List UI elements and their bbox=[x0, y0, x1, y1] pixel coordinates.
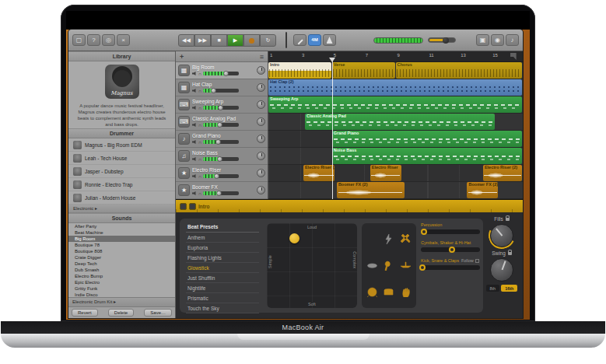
drummer-row[interactable]: Julian - Modern House bbox=[68, 191, 175, 205]
volume-knob[interactable] bbox=[211, 88, 216, 93]
beat-preset[interactable]: Anthem bbox=[186, 233, 259, 243]
pan-knob[interactable] bbox=[257, 169, 265, 177]
shaker-icon[interactable] bbox=[367, 261, 377, 271]
save-button[interactable]: Save… bbox=[144, 309, 172, 317]
sound-row[interactable]: Boutique 808 bbox=[68, 248, 175, 254]
metronome-button[interactable] bbox=[323, 34, 336, 46]
genre-disclosure[interactable]: Electronic ▸ bbox=[68, 205, 175, 213]
solo-button[interactable]: ∩ bbox=[198, 191, 201, 196]
drummer-row[interactable]: Jasper - Dubstep bbox=[68, 165, 175, 178]
master-volume-slider[interactable] bbox=[428, 37, 456, 43]
clap-icon[interactable] bbox=[401, 287, 411, 297]
mute-button[interactable] bbox=[192, 157, 197, 161]
region[interactable]: Chorus bbox=[396, 62, 523, 79]
cut-button[interactable]: × bbox=[117, 34, 130, 46]
sound-row[interactable]: Crate Digger bbox=[68, 254, 175, 261]
region[interactable]: Grand Piano bbox=[332, 131, 522, 147]
slider-knob[interactable] bbox=[421, 229, 427, 235]
track-header[interactable]: ⌨Sweeping Arp∩ bbox=[176, 96, 268, 114]
editors-button[interactable]: ◉ bbox=[491, 34, 504, 46]
loop-browser-button[interactable]: ▣ bbox=[476, 34, 489, 46]
track-header[interactable]: ▦Big Room∩ bbox=[176, 62, 268, 79]
track-header[interactable]: ♪Grand Piano∩ bbox=[176, 131, 268, 148]
sound-row[interactable]: Boutique 78 bbox=[68, 242, 175, 248]
stop-button[interactable]: ■ bbox=[211, 34, 227, 47]
drummer-row[interactable]: Ronnie - Electro Trap bbox=[68, 178, 175, 191]
solo-button[interactable]: ∩ bbox=[198, 72, 201, 76]
add-track-button[interactable]: + bbox=[180, 53, 184, 61]
sticks-icon[interactable] bbox=[401, 234, 411, 244]
sound-row[interactable]: Beat Machine bbox=[68, 229, 175, 236]
solo-button[interactable]: ∩ bbox=[198, 174, 201, 179]
track-volume-slider[interactable] bbox=[203, 123, 239, 127]
region[interactable]: Classic Analog Pad bbox=[305, 114, 495, 130]
solo-button[interactable]: ∩ bbox=[198, 123, 201, 128]
kick-icon[interactable] bbox=[367, 287, 377, 297]
sound-row[interactable]: Deep Tech bbox=[68, 261, 175, 267]
beat-preset[interactable]: Touch the Sky bbox=[186, 303, 259, 313]
follow-checkbox[interactable] bbox=[475, 259, 479, 263]
instrument-slider[interactable] bbox=[421, 247, 480, 252]
mute-button[interactable] bbox=[192, 106, 197, 110]
follow-toggle[interactable]: Follow bbox=[461, 257, 479, 264]
instrument-slider[interactable] bbox=[421, 265, 480, 270]
region[interactable]: Electro Riser (2) bbox=[483, 165, 522, 181]
kit-disclosure[interactable]: Electronic Drum Kit ▸ bbox=[68, 297, 175, 307]
timeline[interactable]: 13579111315 IntroVerseChorusHat Clap (2)… bbox=[268, 51, 523, 199]
play-button[interactable]: ▶ bbox=[227, 34, 243, 47]
sound-row[interactable]: Indie Disco bbox=[68, 292, 175, 297]
region[interactable]: Noise Bass bbox=[332, 148, 522, 164]
volume-knob[interactable] bbox=[217, 122, 222, 128]
solo-button[interactable]: ∩ bbox=[198, 106, 201, 110]
solo-button[interactable]: ∩ bbox=[198, 157, 201, 162]
track-volume-slider[interactable] bbox=[203, 72, 239, 75]
automation-button[interactable]: ≡ bbox=[260, 53, 264, 61]
track-volume-slider[interactable] bbox=[203, 106, 239, 110]
delete-button[interactable]: Delete bbox=[108, 309, 134, 317]
pan-knob[interactable] bbox=[257, 117, 265, 126]
volume-knob[interactable] bbox=[215, 139, 221, 145]
bar-ruler[interactable]: 13579111315 bbox=[268, 51, 523, 62]
slider-knob[interactable] bbox=[419, 264, 426, 271]
bolt-icon[interactable] bbox=[384, 234, 394, 244]
revert-button[interactable]: Revert bbox=[72, 309, 98, 317]
drummer-row[interactable]: Magnus - Big Room EDM bbox=[68, 138, 175, 152]
division-16th-button[interactable]: 16th bbox=[501, 285, 517, 292]
beat-preset[interactable]: Euphoria bbox=[186, 243, 259, 253]
snare-icon[interactable] bbox=[384, 287, 394, 297]
instrument-slider[interactable] bbox=[421, 229, 480, 234]
region[interactable]: Sweeping Arp bbox=[268, 96, 522, 113]
playhead[interactable] bbox=[332, 58, 333, 199]
region[interactable]: Boomer FX (2) bbox=[337, 182, 405, 198]
mute-button[interactable] bbox=[192, 72, 197, 75]
pan-knob[interactable] bbox=[257, 152, 265, 160]
xy-pad[interactable]: Loud Soft Simple Complex bbox=[267, 223, 357, 308]
cymbal-icon[interactable] bbox=[401, 261, 411, 271]
swing-knob[interactable] bbox=[490, 258, 513, 282]
volume-knob[interactable] bbox=[217, 156, 222, 162]
pencil-button[interactable] bbox=[293, 34, 307, 46]
region[interactable]: Hat Clap (2) bbox=[268, 79, 522, 96]
xy-puck[interactable] bbox=[289, 233, 299, 243]
solo-button[interactable]: ∩ bbox=[198, 140, 201, 145]
beat-preset[interactable]: Flashing Lights bbox=[186, 253, 259, 263]
slider-knob[interactable] bbox=[449, 247, 455, 253]
sound-row[interactable]: Electro Bump bbox=[68, 273, 175, 279]
region[interactable]: Electro Riser bbox=[370, 165, 401, 181]
region[interactable]: Verse bbox=[332, 62, 395, 79]
beat-preset[interactable]: Glowstick bbox=[186, 263, 259, 273]
mute-button[interactable] bbox=[192, 89, 197, 93]
media-button[interactable]: ♪ bbox=[506, 34, 519, 46]
volume-knob[interactable] bbox=[223, 71, 229, 76]
editor-ruler[interactable]: Intro bbox=[176, 200, 523, 212]
track-volume-slider[interactable] bbox=[203, 191, 239, 195]
tracks-view-button[interactable]: ▢ bbox=[72, 34, 86, 46]
volume-knob[interactable] bbox=[218, 105, 223, 110]
region[interactable]: Electro Riser (2) bbox=[303, 165, 335, 181]
track-header[interactable]: ⌨Classic Analog Pad∩ bbox=[176, 114, 268, 131]
rewind-button[interactable]: ◀◀ bbox=[178, 34, 194, 47]
sound-row[interactable]: Gritty Funk bbox=[68, 285, 175, 292]
tuner-button[interactable]: ◎ bbox=[102, 34, 115, 46]
volume-knob[interactable] bbox=[443, 37, 449, 44]
track-volume-slider[interactable] bbox=[203, 174, 239, 178]
